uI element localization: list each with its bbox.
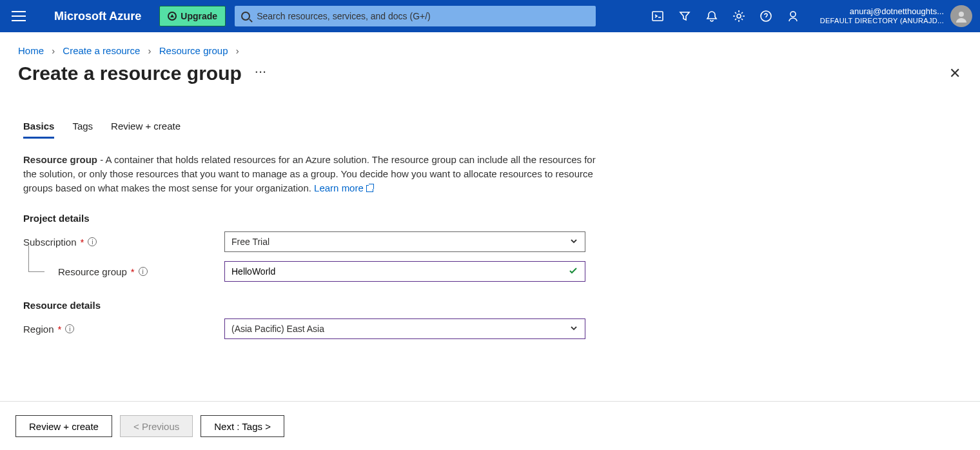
description-text: - A container that holds related resourc… <box>23 154 596 193</box>
chevron-right-icon: › <box>236 45 239 56</box>
help-icon[interactable] <box>760 10 772 23</box>
next-tags-button[interactable]: Next : Tags > <box>201 415 284 437</box>
label-region-text: Region <box>23 324 54 335</box>
wizard-footer: Review + create < Previous Next : Tags > <box>15 415 284 437</box>
close-blade-button[interactable]: ✕ <box>949 65 961 82</box>
upgrade-button[interactable]: Upgrade <box>159 6 226 26</box>
review-create-button[interactable]: Review + create <box>15 415 112 437</box>
feedback-icon[interactable] <box>787 10 799 23</box>
required-asterisk: * <box>131 266 135 277</box>
form-body: Resource group - A container that holds … <box>0 139 619 339</box>
tab-review-create[interactable]: Review + create <box>111 121 181 139</box>
subscription-value: Free Trial <box>231 237 270 247</box>
cloud-shell-icon[interactable] <box>651 10 664 23</box>
subscription-dropdown[interactable]: Free Trial <box>224 231 585 252</box>
row-resource-group: Resource group * i <box>23 261 596 282</box>
tab-tags[interactable]: Tags <box>72 121 93 139</box>
account-email: anuraj@dotnetthoughts... <box>820 7 944 17</box>
account-directory: DEFAULT DIRECTORY (ANURAJD... <box>820 17 944 25</box>
footer-divider <box>0 401 980 402</box>
global-header: Microsoft Azure Upgrade Search resources… <box>0 0 980 32</box>
region-value: (Asia Pacific) East Asia <box>231 324 324 334</box>
external-link-icon <box>366 185 373 192</box>
section-project-details: Project details <box>23 213 596 224</box>
description-bold: Resource group <box>23 154 97 165</box>
account-menu[interactable]: anuraj@dotnetthoughts... DEFAULT DIRECTO… <box>820 5 972 27</box>
svg-point-3 <box>790 12 796 17</box>
chevron-right-icon: › <box>52 45 55 56</box>
global-search-input[interactable]: Search resources, services, and docs (G+… <box>235 6 596 26</box>
breadcrumb-home[interactable]: Home <box>18 45 44 56</box>
tab-basics[interactable]: Basics <box>23 121 54 139</box>
breadcrumb: Home › Create a resource › Resource grou… <box>0 32 980 59</box>
label-resource-group: Resource group * i <box>23 266 224 277</box>
info-icon[interactable]: i <box>139 267 148 276</box>
brand-logo[interactable]: Microsoft Azure <box>54 10 141 23</box>
learn-more-link[interactable]: Learn more <box>314 182 364 193</box>
required-asterisk: * <box>58 324 62 335</box>
resource-group-input[interactable] <box>224 261 585 282</box>
info-icon[interactable]: i <box>65 324 74 333</box>
svg-point-4 <box>959 12 964 17</box>
label-subscription: Subscription * i <box>23 237 224 248</box>
resource-group-field[interactable] <box>231 266 568 277</box>
notifications-icon[interactable] <box>705 10 718 23</box>
label-region: Region * i <box>23 324 224 335</box>
breadcrumb-create-resource[interactable]: Create a resource <box>63 45 140 56</box>
validation-check-icon <box>568 266 578 278</box>
row-subscription: Subscription * i Free Trial <box>23 231 596 252</box>
directory-filter-icon[interactable] <box>678 10 691 23</box>
avatar-icon <box>950 5 972 27</box>
section-resource-details: Resource details <box>23 300 596 311</box>
more-options-icon[interactable]: ··· <box>255 64 266 83</box>
label-resource-group-text: Resource group <box>58 266 127 277</box>
chevron-down-icon <box>569 324 578 335</box>
account-text: anuraj@dotnetthoughts... DEFAULT DIRECTO… <box>820 7 944 25</box>
info-icon[interactable]: i <box>88 237 97 246</box>
svg-point-1 <box>737 14 741 18</box>
region-dropdown[interactable]: (Asia Pacific) East Asia <box>224 318 585 339</box>
previous-button: < Previous <box>120 415 193 437</box>
breadcrumb-resource-group[interactable]: Resource group <box>159 45 228 56</box>
upgrade-label: Upgrade <box>181 11 217 21</box>
settings-icon[interactable] <box>732 10 745 23</box>
hamburger-menu-icon[interactable] <box>12 11 26 21</box>
page-title: Create a resource group <box>18 63 242 84</box>
chevron-down-icon <box>569 237 578 248</box>
required-asterisk: * <box>81 237 84 248</box>
search-placeholder: Search resources, services, and docs (G+… <box>257 11 431 21</box>
chevron-right-icon: › <box>148 45 152 56</box>
page-titlebar: Create a resource group ··· ✕ <box>0 59 980 84</box>
form-tabs: Basics Tags Review + create <box>0 84 980 139</box>
header-utility-icons <box>651 10 799 23</box>
search-icon <box>241 12 250 21</box>
upgrade-arrow-icon <box>168 12 177 21</box>
row-region: Region * i (Asia Pacific) East Asia <box>23 318 596 339</box>
resource-group-description: Resource group - A container that holds … <box>23 153 596 195</box>
